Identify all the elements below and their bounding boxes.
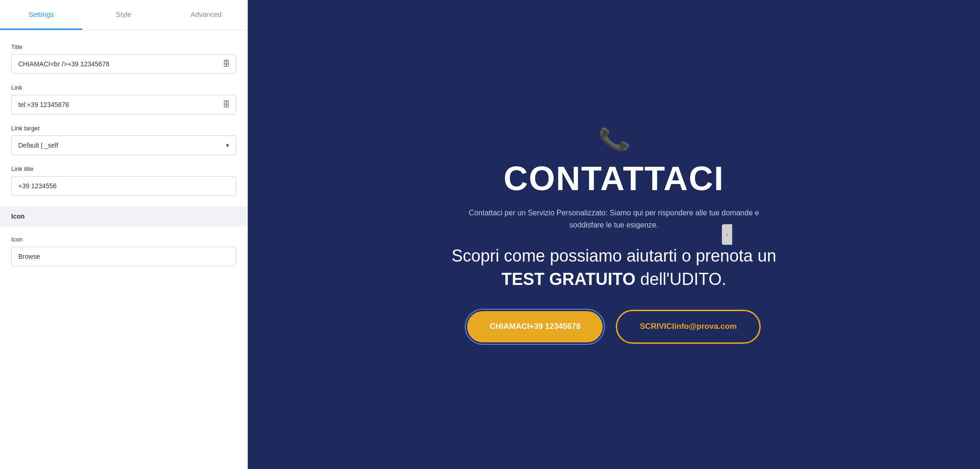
tagline: Scopri come possiamo aiutarti o prenota …: [450, 244, 778, 291]
form-area: Title 🗄 Link 🗄 Link target D: [0, 30, 247, 469]
tab-style[interactable]: Style: [82, 0, 165, 30]
icon-label: Icon: [11, 236, 236, 243]
main-title: CONTATTACI: [504, 159, 724, 198]
cta-write-button[interactable]: SCRIVICIinfo@prova.com: [616, 310, 760, 343]
link-input[interactable]: [12, 95, 217, 114]
tagline-bold: TEST GRATUITO: [502, 270, 636, 289]
phone-icon: 📞: [597, 123, 632, 156]
right-panel: 📞 CONTATTACI Contattaci per un Servizio …: [248, 0, 980, 469]
icon-section-header: Icon: [0, 206, 247, 227]
link-target-field-group: Link target Default | _self _blank _pare…: [11, 125, 236, 155]
link-title-label: Link title: [11, 165, 236, 172]
title-input-wrapper: 🗄: [11, 54, 236, 74]
link-title-input[interactable]: [11, 176, 236, 196]
collapse-handle[interactable]: ‹: [722, 224, 732, 245]
tab-advanced[interactable]: Advanced: [165, 0, 247, 30]
link-input-wrapper: 🗄: [11, 95, 236, 114]
left-panel: Settings Style Advanced Title 🗄 Link 🗄: [0, 0, 248, 469]
title-input[interactable]: [12, 55, 217, 73]
title-label: Title: [11, 43, 236, 50]
title-field-group: Title 🗄: [11, 43, 236, 74]
cta-call-button[interactable]: CHIAMACI+39 12345678: [467, 311, 603, 342]
tab-bar: Settings Style Advanced: [0, 0, 247, 30]
link-label: Link: [11, 84, 236, 91]
link-target-select-wrapper: Default | _self _blank _parent _top ▾: [11, 135, 236, 155]
tagline-part2: dell'UDITO.: [635, 270, 726, 289]
link-target-select[interactable]: Default | _self _blank _parent _top: [12, 136, 219, 155]
link-db-icon[interactable]: 🗄: [217, 100, 236, 109]
icon-field-group: Icon: [11, 236, 236, 266]
tagline-part1: Scopri come possiamo aiutarti o prenota …: [452, 246, 776, 265]
title-db-icon[interactable]: 🗄: [217, 60, 236, 68]
tab-settings[interactable]: Settings: [0, 0, 82, 30]
link-target-label: Link target: [11, 125, 236, 132]
cta-buttons: CHIAMACI+39 12345678 SCRIVICIinfo@prova.…: [467, 310, 761, 343]
link-title-field-group: Link title: [11, 165, 236, 196]
icon-browse-input[interactable]: [11, 247, 236, 266]
link-field-group: Link 🗄: [11, 84, 236, 114]
chevron-down-icon: ▾: [219, 142, 236, 149]
